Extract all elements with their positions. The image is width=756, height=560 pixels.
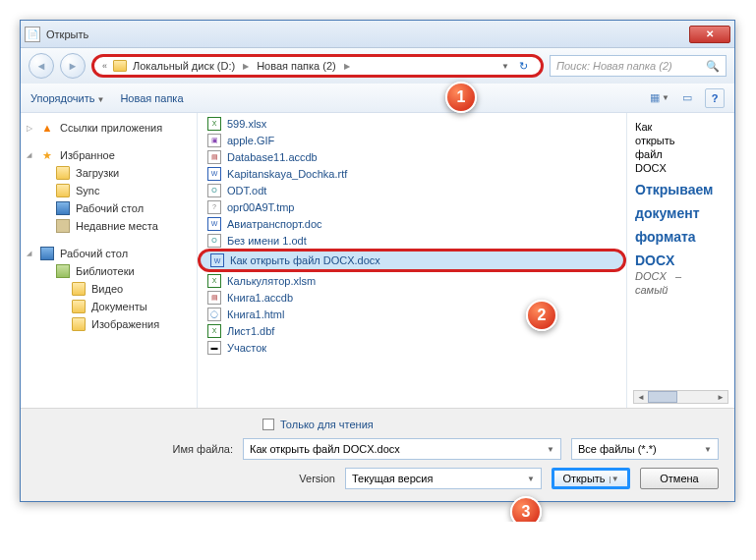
- chevron-icon: «: [102, 61, 107, 71]
- nav-desktop[interactable]: Рабочий стол: [21, 199, 197, 217]
- bottom-panel: Только для чтения Имя файла: Как открыть…: [21, 408, 734, 501]
- nav-favorites[interactable]: ★Избранное: [21, 146, 197, 164]
- nav-downloads[interactable]: Загрузки: [21, 164, 197, 182]
- filename-label: Имя файла:: [36, 443, 233, 455]
- filename-input[interactable]: Как открыть файл DOCX.docx▼: [243, 438, 561, 460]
- desktop-icon: [40, 247, 54, 260]
- search-input[interactable]: Поиск: Новая папка (2) 🔍: [550, 55, 727, 77]
- xls-icon: X: [207, 324, 221, 338]
- folder-icon: [113, 60, 127, 72]
- file-row[interactable]: X599.xlsx: [198, 115, 626, 132]
- file-row[interactable]: OODT.odt: [198, 182, 626, 198]
- library-icon: [56, 264, 70, 278]
- file-row[interactable]: ▤Книга1.accdb: [198, 289, 626, 306]
- version-label: Version: [139, 473, 335, 484]
- forward-button[interactable]: ►: [60, 53, 86, 79]
- cancel-button[interactable]: Отмена: [640, 468, 719, 489]
- file-name: Книга1.accdb: [227, 292, 293, 304]
- file-row[interactable]: WKapitanskaya_Dochka.rtf: [198, 165, 626, 182]
- file-row[interactable]: WКак открыть файл DOCX.docx: [198, 249, 626, 272]
- preview-pane: Как открыть файл DOCX Открываем документ…: [626, 113, 734, 408]
- recent-icon: [56, 219, 70, 233]
- app-icon: 📄: [25, 27, 40, 42]
- file-name: Авиатранспорт.doc: [227, 218, 322, 230]
- file-name: Участок: [227, 342, 266, 354]
- file-name: apple.GIF: [227, 135, 274, 146]
- doc-icon: W: [207, 167, 221, 181]
- nav-desktop-root[interactable]: Рабочий стол: [21, 245, 197, 262]
- db-icon: ▤: [207, 150, 221, 164]
- folder-icon: ▬: [207, 341, 221, 355]
- readonly-label: Только для чтения: [280, 419, 374, 430]
- file-row[interactable]: ▬Участок: [198, 339, 626, 356]
- nav-recent[interactable]: Недавние места: [21, 217, 197, 235]
- file-list[interactable]: X599.xlsx▣apple.GIF▤Database11.accdbWKap…: [198, 113, 626, 408]
- file-row[interactable]: XКалькулятор.xlsm: [198, 272, 626, 289]
- refresh-button[interactable]: ↻: [513, 56, 533, 76]
- tmp-icon: ?: [207, 200, 221, 214]
- scrollbar[interactable]: ◄►: [633, 390, 728, 404]
- close-button[interactable]: ✕: [689, 26, 730, 43]
- open-dialog: 📄 Открыть ✕ ◄ ► « Локальный диск (D:) ▶ …: [20, 20, 735, 502]
- odt-icon: O: [207, 184, 221, 197]
- file-name: Kapitanskaya_Dochka.rtf: [227, 168, 347, 180]
- file-row[interactable]: XЛист1.dbf: [198, 322, 626, 339]
- annotation-2: 2: [526, 300, 557, 331]
- nav-libraries[interactable]: Библиотеки: [21, 262, 197, 280]
- annotation-3: 3: [510, 496, 542, 522]
- doc-icon: W: [210, 253, 224, 267]
- address-bar: ◄ ► « Локальный диск (D:) ▶ Новая папка …: [21, 48, 734, 84]
- file-name: Без имени 1.odt: [227, 235, 307, 247]
- img-icon: ▣: [207, 134, 221, 147]
- vlc-icon: ▲: [40, 121, 54, 135]
- file-name: Книга1.html: [227, 308, 284, 320]
- content-area: ▲Ссылки приложения ★Избранное Загрузки S…: [21, 113, 734, 408]
- preview-button[interactable]: ▭: [677, 88, 697, 108]
- file-row[interactable]: ▣apple.GIF: [198, 132, 626, 148]
- annotation-1: 1: [445, 82, 477, 113]
- breadcrumb-seg[interactable]: Локальный диск (D:): [133, 60, 235, 72]
- new-folder-button[interactable]: Новая папка: [120, 92, 183, 104]
- file-name: Database11.accdb: [227, 151, 318, 163]
- back-button[interactable]: ◄: [29, 53, 54, 79]
- chevron-down-icon[interactable]: ▼: [501, 62, 509, 71]
- xls-icon: X: [207, 274, 221, 288]
- breadcrumb[interactable]: « Локальный диск (D:) ▶ Новая папка (2) …: [91, 54, 544, 78]
- file-row[interactable]: ?opr00A9T.tmp: [198, 198, 626, 215]
- html-icon: ◯: [207, 308, 221, 321]
- file-name: Калькулятор.xlsm: [227, 275, 316, 287]
- nav-documents[interactable]: Документы: [21, 298, 197, 315]
- desktop-icon: [56, 201, 70, 215]
- search-placeholder: Поиск: Новая папка (2): [556, 60, 672, 72]
- version-combo[interactable]: Текущая версия▼: [345, 468, 542, 489]
- organize-button[interactable]: Упорядочить▼: [30, 92, 104, 104]
- help-button[interactable]: ?: [705, 88, 725, 108]
- nav-videos[interactable]: Видео: [21, 280, 197, 298]
- open-button[interactable]: Открыть|▼: [552, 468, 630, 489]
- nav-sync[interactable]: Sync: [21, 182, 197, 199]
- file-name: Лист1.dbf: [227, 325, 274, 337]
- file-row[interactable]: ◯Книга1.html: [198, 306, 626, 322]
- file-name: Как открыть файл DOCX.docx: [230, 254, 380, 266]
- doc-icon: W: [207, 217, 221, 231]
- folder-icon: [56, 166, 70, 180]
- folder-icon: [72, 282, 86, 296]
- chevron-right-icon: ▶: [344, 62, 350, 71]
- view-button[interactable]: ▦▼: [650, 88, 669, 108]
- file-name: 599.xlsx: [227, 118, 266, 130]
- db-icon: ▤: [207, 291, 221, 305]
- nav-pictures[interactable]: Изображения: [21, 315, 197, 333]
- file-row[interactable]: ▤Database11.accdb: [198, 148, 626, 165]
- breadcrumb-seg[interactable]: Новая папка (2): [257, 60, 336, 72]
- navigation-pane: ▲Ссылки приложения ★Избранное Загрузки S…: [21, 113, 198, 408]
- folder-icon: [72, 300, 86, 313]
- file-row[interactable]: WАвиатранспорт.doc: [198, 215, 626, 232]
- star-icon: ★: [40, 148, 54, 162]
- search-icon: 🔍: [706, 60, 720, 73]
- toolbar: Упорядочить▼ Новая папка ▦▼ ▭ ?: [21, 84, 734, 113]
- filter-combo[interactable]: Все файлы (*.*)▼: [571, 438, 719, 460]
- odt-icon: O: [207, 234, 221, 248]
- file-row[interactable]: OБез имени 1.odt: [198, 232, 626, 249]
- readonly-checkbox[interactable]: [262, 419, 274, 430]
- nav-app-links[interactable]: ▲Ссылки приложения: [21, 119, 197, 137]
